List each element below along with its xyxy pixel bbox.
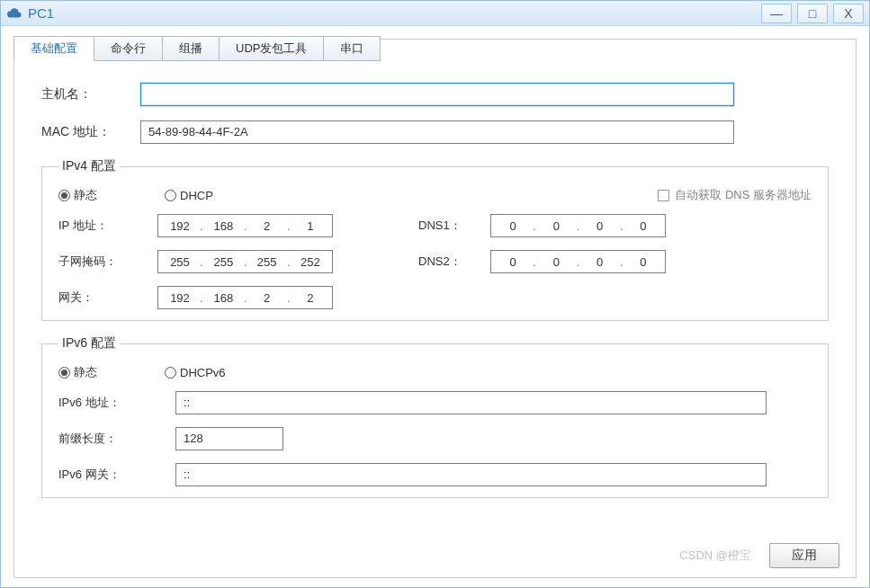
ipv6-gateway-input[interactable]: :: — [175, 463, 767, 486]
dns2-label: DNS2： — [418, 254, 490, 270]
ipv4-dhcp-label: DHCP — [180, 189, 213, 202]
radio-checked-icon — [58, 190, 70, 201]
ipv6-gw-label: IPv6 网关： — [58, 467, 175, 483]
tab-strip: 基础配置 命令行 组播 UDP发包工具 串口 — [13, 36, 380, 61]
gateway-input[interactable]: 192. 168. 2. 2 — [157, 286, 333, 309]
mac-value[interactable]: 54-89-98-44-4F-2A — [140, 120, 734, 144]
ipv4-static-label: 静态 — [74, 187, 97, 203]
ipv6-prefix-label: 前缀长度： — [58, 431, 175, 447]
maximize-button[interactable]: □ — [797, 4, 828, 23]
ipv6-static-label: 静态 — [74, 364, 97, 380]
ipv6-dhcp-label: DHCPv6 — [180, 366, 226, 379]
pc-config-window: PC1 — □ X 基础配置 命令行 组播 UDP发包工具 串口 主机名： — [0, 0, 870, 588]
auto-dns-row[interactable]: 自动获取 DNS 服务器地址 — [658, 187, 812, 203]
ipv6-addr-label: IPv6 地址： — [58, 395, 175, 411]
titlebar: PC1 — □ X — [1, 1, 869, 26]
close-button[interactable]: X — [833, 4, 864, 23]
minimize-button[interactable]: — — [761, 4, 792, 23]
mask-label: 子网掩码： — [58, 254, 157, 270]
ipv4-legend: IPv4 配置 — [58, 158, 120, 174]
checkbox-unchecked-icon — [658, 190, 669, 201]
subnet-mask-input[interactable]: 255. 255. 255. 252 — [157, 250, 333, 273]
ip-address-input[interactable]: 192. 168. 2. 1 — [157, 214, 333, 237]
hostname-row: 主机名： — [41, 83, 829, 106]
apply-button[interactable]: 应用 — [769, 543, 839, 568]
mac-row: MAC 地址： 54-89-98-44-4F-2A — [41, 120, 829, 144]
ipv4-mode-row: 静态 DHCP 自动获取 DNS 服务器地址 — [58, 187, 812, 203]
tab-multicast[interactable]: 组播 — [162, 36, 220, 61]
tab-serial[interactable]: 串口 — [323, 36, 381, 61]
hostname-label: 主机名： — [41, 86, 140, 102]
gateway-label: 网关： — [58, 290, 157, 306]
ipv6-static-radio[interactable]: 静态 — [58, 364, 97, 380]
tab-udp-tool[interactable]: UDP发包工具 — [219, 36, 324, 61]
ipv6-legend: IPv6 配置 — [58, 335, 120, 352]
bottom-bar: CSDN @橙宝 应用 — [679, 543, 839, 568]
auto-dns-label: 自动获取 DNS 服务器地址 — [675, 187, 812, 203]
dns2-input[interactable]: 0. 0. 0. 0 — [490, 250, 666, 273]
dns1-input[interactable]: 0. 0. 0. 0 — [490, 214, 666, 237]
dns1-label: DNS1： — [418, 218, 490, 234]
tab-cli[interactable]: 命令行 — [94, 36, 163, 61]
ipv4-grid: IP 地址： 192. 168. 2. 1 DNS1： 0. 0. 0. — [58, 214, 812, 309]
ipv4-static-radio[interactable]: 静态 — [58, 187, 97, 203]
ipv6-mode-row: 静态 DHCPv6 — [58, 364, 812, 380]
ipv6-address-input[interactable]: :: — [175, 391, 767, 414]
ipv4-dhcp-radio[interactable]: DHCP — [165, 189, 213, 202]
ipv6-prefix-input[interactable]: 128 — [175, 427, 283, 450]
hostname-input[interactable] — [140, 83, 734, 106]
ipv6-group: IPv6 配置 静态 DHCPv6 IPv6 地址： :: — [41, 335, 829, 498]
radio-unchecked-icon — [165, 367, 176, 379]
mac-label: MAC 地址： — [41, 124, 140, 140]
ipv4-group: IPv4 配置 静态 DHCP 自动获取 DN — [41, 158, 829, 321]
radio-checked-icon — [58, 367, 70, 379]
radio-unchecked-icon — [165, 190, 176, 201]
window-title: PC1 — [28, 5, 756, 21]
tab-content: 主机名： MAC 地址： 54-89-98-44-4F-2A IPv4 配置 — [14, 61, 856, 577]
ip-label: IP 地址： — [58, 218, 157, 234]
client-area: 基础配置 命令行 组播 UDP发包工具 串口 主机名： MAC 地址： — [1, 26, 869, 587]
watermark: CSDN @橙宝 — [679, 548, 751, 564]
main-panel: 基础配置 命令行 组播 UDP发包工具 串口 主机名： MAC 地址： — [13, 39, 857, 578]
ipv6-grid: IPv6 地址： :: 前缀长度： 128 IPv6 网关： :: — [58, 391, 812, 486]
tab-basic-config[interactable]: 基础配置 — [13, 36, 94, 61]
ipv6-dhcp-radio[interactable]: DHCPv6 — [165, 366, 226, 379]
cloud-icon — [6, 5, 22, 22]
